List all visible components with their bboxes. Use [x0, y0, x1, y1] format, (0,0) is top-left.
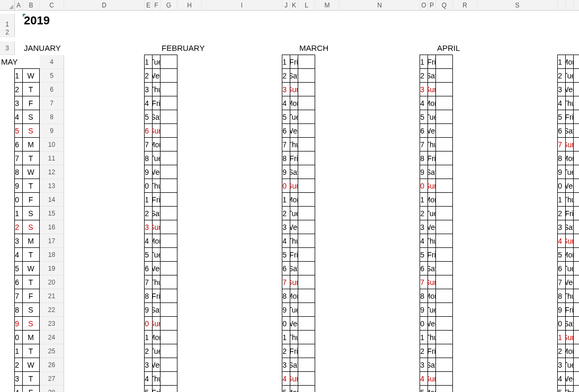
day-number[interactable]: 6 [557, 123, 566, 138]
day-notes[interactable] [435, 289, 453, 303]
cell[interactable] [315, 372, 340, 386]
cell[interactable] [477, 83, 558, 96]
cell[interactable] [177, 69, 202, 83]
day-number[interactable]: 18 [420, 289, 428, 303]
day-number[interactable]: 20 [14, 330, 23, 344]
day-name[interactable]: Thu [290, 330, 298, 344]
cell[interactable] [453, 262, 477, 275]
cell[interactable] [340, 344, 420, 358]
day-name[interactable]: T [22, 344, 40, 358]
day-notes[interactable] [298, 302, 315, 317]
cell[interactable] [558, 28, 566, 37]
day-name[interactable]: Sat [565, 220, 574, 234]
cell[interactable] [202, 386, 282, 392]
day-number[interactable]: 1 [282, 55, 290, 69]
day-number[interactable]: 15 [557, 247, 566, 262]
cell[interactable] [177, 386, 202, 392]
cell[interactable] [315, 28, 340, 37]
cell[interactable] [420, 41, 428, 55]
day-name[interactable]: Sun [290, 179, 298, 193]
cell[interactable] [453, 344, 477, 358]
cell[interactable] [177, 152, 202, 165]
day-notes[interactable] [160, 302, 177, 317]
row-header[interactable]: 15 [40, 207, 64, 220]
day-name[interactable]: M [22, 234, 40, 248]
day-number[interactable]: 22 [420, 344, 428, 358]
day-name[interactable]: Mon [152, 137, 161, 152]
day-number[interactable]: 13 [14, 234, 23, 248]
day-notes[interactable] [298, 234, 315, 248]
day-number[interactable]: 17 [420, 275, 428, 289]
day-name[interactable]: Mon [427, 192, 436, 207]
row-header[interactable]: 23 [40, 317, 64, 331]
day-number[interactable]: 6 [14, 137, 23, 152]
day-number[interactable]: 19 [14, 316, 23, 331]
cell[interactable] [64, 193, 145, 207]
month-name[interactable]: MAY [0, 55, 40, 69]
day-number[interactable]: 3 [420, 82, 428, 96]
cell[interactable] [436, 28, 453, 37]
cell[interactable] [0, 372, 15, 386]
day-number[interactable]: 7 [14, 151, 23, 165]
day-name[interactable]: F [22, 289, 40, 303]
day-notes[interactable] [298, 344, 315, 358]
day-notes[interactable] [298, 151, 315, 165]
day-notes[interactable] [573, 123, 579, 138]
cell[interactable] [64, 220, 145, 234]
day-notes[interactable] [298, 385, 315, 392]
day-name[interactable]: Tue [152, 247, 161, 262]
cell[interactable] [153, 41, 161, 55]
spreadsheet-grid[interactable]: ABCDEFGHIJKLMNOPQRS1201923JANUARYFEBRUAR… [0, 0, 579, 392]
row-header[interactable]: 22 [40, 303, 64, 317]
col-header[interactable]: C [40, 0, 64, 11]
cell[interactable] [202, 344, 282, 358]
day-name[interactable]: Fri [427, 55, 436, 69]
cell[interactable] [340, 207, 420, 220]
row-header[interactable]: 19 [40, 262, 64, 275]
cell[interactable] [64, 179, 145, 193]
day-notes[interactable] [435, 302, 453, 317]
day-number[interactable]: 6 [420, 123, 428, 138]
day-number[interactable]: 2 [557, 68, 566, 83]
day-notes[interactable] [298, 289, 315, 303]
cell[interactable] [340, 165, 420, 179]
cell[interactable] [453, 317, 477, 331]
day-number[interactable]: 18 [144, 289, 153, 303]
cell[interactable] [177, 344, 202, 358]
day-number[interactable]: 17 [144, 275, 153, 289]
day-number[interactable]: 10 [14, 192, 23, 207]
cell[interactable] [0, 207, 15, 220]
day-notes[interactable] [573, 192, 579, 207]
cell[interactable] [177, 110, 202, 124]
day-notes[interactable] [573, 68, 579, 83]
day-number[interactable]: 16 [14, 275, 23, 289]
cell[interactable] [315, 55, 340, 69]
row-header[interactable]: 8 [40, 110, 64, 124]
row-header[interactable]: 10 [40, 138, 64, 152]
day-number[interactable]: 12 [557, 206, 566, 220]
day-notes[interactable] [435, 151, 453, 165]
day-number[interactable]: 21 [420, 330, 428, 344]
cell[interactable] [453, 303, 477, 317]
cell[interactable] [477, 96, 558, 110]
day-name[interactable]: Wed [152, 261, 161, 275]
row-header[interactable]: 28 [40, 386, 64, 392]
day-name[interactable]: Tue [152, 151, 161, 165]
day-number[interactable]: 14 [144, 234, 153, 248]
row-header[interactable]: 7 [40, 96, 64, 110]
day-notes[interactable] [298, 261, 315, 275]
cell[interactable] [477, 289, 558, 303]
day-number[interactable]: 24 [557, 371, 566, 386]
day-notes[interactable] [160, 165, 177, 179]
day-name[interactable]: Mon [290, 96, 298, 110]
col-header[interactable]: D [64, 0, 145, 11]
row-header[interactable]: 13 [40, 179, 64, 193]
day-name[interactable]: Fri [565, 206, 574, 220]
day-name[interactable]: Fri [152, 385, 161, 392]
cell[interactable] [477, 303, 558, 317]
day-name[interactable]: M [22, 137, 40, 152]
cell[interactable] [202, 220, 282, 234]
cell[interactable] [477, 179, 558, 193]
day-number[interactable]: 10 [144, 179, 153, 193]
day-notes[interactable] [298, 275, 315, 289]
